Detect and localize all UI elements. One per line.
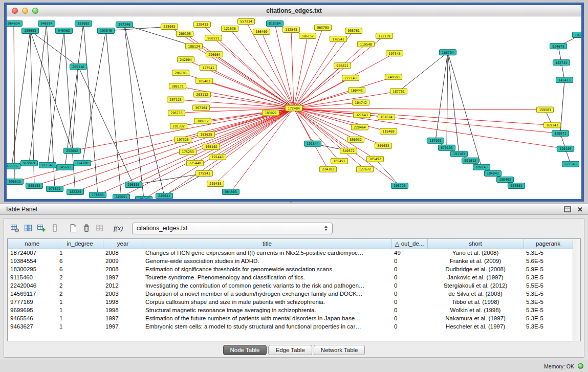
paper-node[interactable]: 224381 [319, 166, 336, 172]
cell-short[interactable]: Stergiakouli et al. (2012) [427, 281, 524, 290]
cell-short[interactable]: Jankovic et al. (1997) [427, 273, 524, 281]
citation-edge[interactable] [294, 108, 313, 144]
paper-node[interactable]: 127672 [356, 166, 373, 172]
paper-node[interactable]: 924501 [508, 183, 525, 188]
cell-out_degree[interactable]: 0 [391, 257, 427, 265]
paper-node[interactable]: 180403 [496, 177, 513, 182]
cell-pagerank[interactable]: 5.3E-5 [524, 249, 573, 257]
citation-edge[interactable] [169, 27, 294, 108]
delete-table-button[interactable] [80, 222, 93, 235]
paper-node[interactable]: 172404 [285, 105, 302, 111]
paper-node[interactable]: 119548 [357, 41, 374, 47]
paper-node[interactable]: 245041 [156, 193, 172, 199]
table-select-dropdown[interactable]: citations_edges.txt [132, 223, 333, 234]
paper-node[interactable]: 184043 [484, 170, 501, 176]
cell-year[interactable]: 1998 [103, 298, 143, 306]
table-scroll-area[interactable]: namein_degreeyeartitle△ out_de...shortpa… [8, 239, 573, 341]
paper-node[interactable]: 963703 [314, 25, 331, 31]
paper-node[interactable]: 183625 [198, 132, 214, 137]
cell-name[interactable]: 9699695 [8, 306, 57, 314]
citation-edge[interactable] [214, 54, 294, 108]
paper-node[interactable]: 187464 [572, 32, 581, 38]
cell-year[interactable]: 2009 [103, 257, 143, 265]
cell-out_degree[interactable]: 0 [391, 265, 427, 273]
paper-node[interactable]: 161624 [378, 114, 395, 120]
citation-edge[interactable] [294, 65, 342, 108]
network-window-titlebar[interactable]: citations_edges.txt [7, 5, 581, 16]
cell-short[interactable]: Hescheler et al. (1997) [427, 322, 524, 331]
citation-edge[interactable] [275, 24, 294, 108]
paper-node[interactable]: 228083 [161, 24, 178, 30]
cell-out_degree[interactable]: 0 [391, 306, 427, 314]
tab-edge-table[interactable]: Edge Table [268, 345, 312, 355]
new-table-button[interactable] [67, 222, 80, 235]
cell-out_degree[interactable]: 0 [391, 298, 427, 306]
cell-name[interactable]: 9115460 [8, 273, 57, 281]
paper-node[interactable]: 120071 [552, 130, 569, 136]
paper-node[interactable]: 219453 [207, 181, 224, 186]
citation-edge[interactable] [83, 24, 98, 195]
cell-out_degree[interactable]: 0 [391, 322, 427, 331]
paper-node[interactable]: 104742 [352, 100, 369, 105]
paper-node[interactable]: 203112 [193, 92, 210, 97]
paper-node[interactable]: 128413 [193, 22, 210, 28]
paper-node[interactable]: 679193 [438, 145, 455, 150]
cell-out_degree[interactable]: 0 [391, 290, 427, 298]
table-mode-button[interactable] [8, 222, 21, 235]
paper-node[interactable]: 748503 [385, 74, 402, 80]
tab-node-table[interactable]: Node Table [223, 345, 267, 355]
paper-node[interactable]: 176693 [89, 192, 106, 198]
citation-edge[interactable] [230, 29, 294, 108]
cell-title[interactable]: Estimation of the future numbers of pati… [143, 314, 391, 322]
cell-pagerank[interactable]: 5.5E-5 [524, 281, 573, 290]
cell-name[interactable]: 9777169 [8, 298, 57, 306]
cell-year[interactable]: 2008 [103, 249, 143, 257]
paper-node[interactable]: 176541 [330, 36, 346, 42]
cell-pagerank[interactable]: 5.6E-5 [524, 257, 573, 265]
cell-pagerank[interactable]: 5.3E-5 [524, 298, 573, 306]
cell-year[interactable]: 2012 [103, 281, 143, 290]
citation-edge[interactable] [55, 108, 294, 189]
citation-edge[interactable] [65, 24, 83, 167]
paper-node[interactable]: 911546 [39, 162, 56, 168]
cell-out_degree[interactable]: 0 [391, 281, 427, 290]
cell-pagerank[interactable]: 5.3E-5 [524, 322, 573, 331]
paper-node[interactable]: 549572 [340, 148, 357, 154]
citation-edge[interactable] [78, 67, 134, 185]
paper-node[interactable]: 590513 [7, 179, 24, 184]
cell-name[interactable]: 14569117 [8, 290, 57, 298]
paper-node[interactable]: 121536 [221, 26, 238, 32]
paper-node[interactable]: 955821 [334, 63, 351, 69]
paper-node[interactable]: 175253 [179, 149, 196, 155]
paper-node[interactable]: 977716 [7, 163, 20, 169]
cell-title[interactable]: Changes of HCN gene expression and I(f) … [143, 249, 391, 257]
citation-edge[interactable] [560, 80, 564, 133]
cell-in_degree[interactable]: 6 [57, 265, 103, 273]
cell-name[interactable]: 18724007 [8, 249, 57, 257]
paper-node[interactable]: 193845 [97, 28, 114, 34]
column-header-name[interactable]: name [8, 239, 57, 249]
paper-node[interactable]: 185653 [21, 28, 38, 34]
import-table-button[interactable] [93, 222, 106, 235]
memory-status-indicator[interactable] [578, 363, 583, 369]
cell-name[interactable]: 9463627 [8, 322, 57, 331]
paper-node[interactable]: 182224 [67, 189, 83, 194]
paper-node[interactable]: 185483 [195, 78, 212, 84]
paper-node[interactable]: 180124 [185, 43, 202, 49]
citation-edge[interactable] [204, 108, 294, 173]
tab-network-table[interactable]: Network Table [314, 345, 365, 355]
cell-in_degree[interactable]: 2 [57, 281, 103, 290]
row-height-button[interactable] [48, 222, 61, 235]
table-row[interactable]: 1830029562008Estimation of significance … [8, 265, 573, 273]
paper-node[interactable]: 969969 [20, 160, 37, 166]
paper-node[interactable]: 122139 [376, 33, 393, 39]
network-canvas[interactable]: 1724042280832001981284139682211215365572… [7, 16, 581, 199]
cell-short[interactable]: Nakamura et al. (1997) [427, 314, 524, 322]
cell-short[interactable]: Wolkin et al. (1998) [427, 306, 524, 314]
cell-title[interactable]: Disruption of a novel member of a sodium… [143, 290, 391, 298]
citation-edge[interactable] [30, 31, 72, 151]
cell-year[interactable]: 1997 [103, 314, 143, 322]
cell-title[interactable]: Tourette syndrome. Phenomenology and cla… [143, 273, 391, 281]
table-row[interactable]: 946362711997Embryonic stem cells: a mode… [8, 322, 573, 331]
cell-pagerank[interactable]: 5.3E-5 [524, 273, 573, 281]
